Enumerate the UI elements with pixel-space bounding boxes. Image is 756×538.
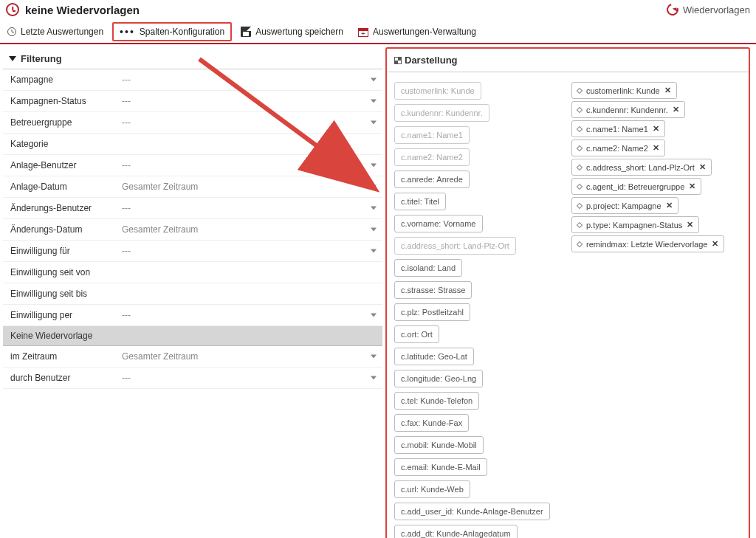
available-column-chip[interactable]: customerlink: Kunde — [394, 82, 481, 100]
filter-select[interactable]: --- — [117, 198, 382, 218]
drag-handle-icon[interactable] — [577, 106, 583, 112]
save-icon — [241, 27, 251, 37]
available-column-chip[interactable]: c.longitude: Geo-Lng — [394, 370, 483, 387]
filter-label: im Zeitraum — [3, 346, 117, 367]
filter-input[interactable] — [117, 134, 382, 154]
drag-handle-icon[interactable] — [577, 145, 583, 151]
toolbar-last-reports[interactable]: Letzte Auswertungen — [0, 22, 111, 41]
filter-section-header: Keine Wiedervorlage — [3, 326, 382, 346]
available-column-chip[interactable]: c.latitude: Geo-Lat — [394, 348, 474, 365]
remove-column-icon[interactable]: ✕ — [673, 105, 679, 114]
filter-input[interactable] — [117, 283, 382, 304]
filter-row: Kampagne--- — [3, 69, 382, 91]
filter-row: durch Benutzer--- — [3, 368, 382, 389]
available-column-chip[interactable]: c.mobil: Kunde-Mobil — [394, 436, 484, 454]
remove-column-icon[interactable]: ✕ — [664, 86, 671, 95]
available-column-chip[interactable]: c.name2: Name2 — [394, 148, 470, 166]
drag-handle-icon[interactable] — [577, 125, 583, 131]
refresh-icon — [664, 1, 681, 18]
filter-label: Einwilligung für — [3, 241, 117, 261]
drag-handle-icon[interactable] — [577, 87, 583, 93]
filter-label: Einwilligung per — [3, 305, 117, 325]
available-column-chip[interactable]: c.tel: Kunde-Telefon — [394, 392, 479, 410]
available-column-chip[interactable]: c.name1: Name1 — [394, 126, 470, 144]
filter-select[interactable]: Gesamter Zeitraum — [117, 176, 382, 197]
remove-column-icon[interactable]: ✕ — [712, 239, 718, 249]
selected-column-chip[interactable]: c.agent_id: Betreuergruppe✕ — [571, 178, 701, 195]
drag-handle-icon[interactable] — [577, 221, 583, 227]
toolbar-save-report[interactable]: Auswertung speichern — [233, 22, 351, 41]
dots-icon: ••• — [120, 29, 135, 35]
filter-select[interactable]: Gesamter Zeitraum — [117, 346, 382, 367]
selected-column-chip[interactable]: customerlink: Kunde✕ — [571, 82, 677, 99]
page-title: keine Wiedervorlagen — [25, 4, 140, 16]
selected-column-chip[interactable]: remindmax: Letzte Wiedervorlage✕ — [571, 235, 724, 252]
filter-select[interactable]: --- — [117, 368, 382, 388]
filter-select[interactable]: --- — [117, 241, 382, 261]
available-column-chip[interactable]: c.add_dt: Kunde-Anlagedatum — [394, 525, 518, 538]
available-column-chip[interactable]: c.url: Kunde-Web — [394, 480, 470, 498]
selected-column-chip[interactable]: c.name2: Name2✕ — [571, 139, 665, 156]
available-column-chip[interactable]: c.isoland: Land — [394, 259, 462, 277]
filter-select[interactable]: --- — [117, 305, 382, 325]
available-column-chip[interactable]: c.address_short: Land-Plz-Ort — [394, 237, 516, 255]
filter-row: Einwilligung seit von — [3, 262, 382, 283]
drag-handle-icon[interactable] — [577, 183, 583, 189]
remove-column-icon[interactable]: ✕ — [687, 220, 693, 230]
remove-column-icon[interactable]: ✕ — [699, 162, 706, 172]
remove-column-icon[interactable]: ✕ — [653, 143, 659, 153]
available-column-chip[interactable]: c.strasse: Strasse — [394, 281, 472, 299]
filter-label: Einwilligung seit bis — [3, 283, 117, 304]
filter-row: Änderungs-Benutzer--- — [3, 198, 382, 219]
filter-select[interactable]: --- — [117, 91, 382, 111]
filter-input[interactable] — [117, 262, 382, 283]
refresh-button[interactable]: Wiedervorlagen — [667, 4, 750, 15]
filter-label: Einwilligung seit von — [3, 262, 117, 283]
selected-columns: customerlink: Kunde✕c.kundennr: Kundennr… — [564, 72, 749, 538]
toolbar-column-config[interactable]: ••• Spalten-Konfiguration — [112, 22, 232, 41]
remove-column-icon[interactable]: ✕ — [653, 124, 659, 134]
drag-handle-icon[interactable] — [577, 241, 583, 246]
filter-row: Betreuergruppe--- — [3, 112, 382, 134]
filter-row: Anlage-Benutzer--- — [3, 155, 382, 176]
selected-column-chip[interactable]: c.name1: Name1✕ — [571, 120, 665, 137]
filter-select[interactable]: --- — [117, 155, 382, 176]
filter-select[interactable]: --- — [117, 112, 382, 133]
available-columns: customerlink: Kundec.kundennr: Kundennr.… — [387, 72, 564, 538]
filter-label: Anlage-Datum — [3, 176, 117, 197]
available-column-chip[interactable]: c.email: Kunde-E-Mail — [394, 458, 487, 476]
selected-column-chip[interactable]: c.kundennr: Kundennr.✕ — [571, 101, 685, 118]
filter-label: Kampagnen-Status — [3, 91, 117, 111]
available-column-chip[interactable]: c.fax: Kunde-Fax — [394, 414, 469, 432]
available-column-chip[interactable]: c.vorname: Vorname — [394, 215, 483, 232]
clock-small-icon — [7, 27, 16, 36]
available-column-chip[interactable]: c.anrede: Anrede — [394, 170, 470, 188]
filter-row: Einwilligung per--- — [3, 305, 382, 326]
drag-handle-icon[interactable] — [577, 164, 583, 170]
selected-column-chip[interactable]: p.type: Kampagnen-Status✕ — [571, 216, 699, 233]
filter-label: Kategorie — [3, 134, 117, 154]
clock-icon — [6, 3, 19, 16]
filter-select[interactable]: Gesamter Zeitraum — [117, 219, 382, 240]
drag-handle-icon[interactable] — [577, 202, 583, 208]
available-column-chip[interactable]: c.plz: Postleitzahl — [394, 303, 470, 321]
filter-label: Anlage-Benutzer — [3, 155, 117, 176]
calendar-icon — [358, 28, 368, 37]
selected-column-chip[interactable]: p.project: Kampagne✕ — [571, 197, 678, 214]
selected-column-chip[interactable]: c.address_short: Land-Plz-Ort✕ — [571, 159, 712, 176]
available-column-chip[interactable]: c.add_user_id: Kunde-Anlage-Benutzer — [394, 503, 550, 520]
filter-label: durch Benutzer — [3, 368, 117, 388]
remove-column-icon[interactable]: ✕ — [689, 182, 695, 191]
filter-label: Betreuergruppe — [3, 112, 117, 133]
filter-select[interactable]: --- — [117, 69, 382, 90]
toolbar-manage-reports[interactable]: Auswertungen-Verwaltung — [351, 22, 484, 41]
filter-row: Kampagnen-Status--- — [3, 91, 382, 112]
collapse-icon — [9, 56, 16, 61]
filter-row: Einwilligung für--- — [3, 241, 382, 262]
available-column-chip[interactable]: c.kundennr: Kundennr. — [394, 104, 489, 122]
available-column-chip[interactable]: c.titel: Titel — [394, 193, 446, 210]
available-column-chip[interactable]: c.ort: Ort — [394, 325, 439, 343]
filter-label: Kampagne — [3, 69, 117, 90]
remove-column-icon[interactable]: ✕ — [666, 201, 673, 210]
filter-header[interactable]: Filterung — [3, 49, 382, 69]
